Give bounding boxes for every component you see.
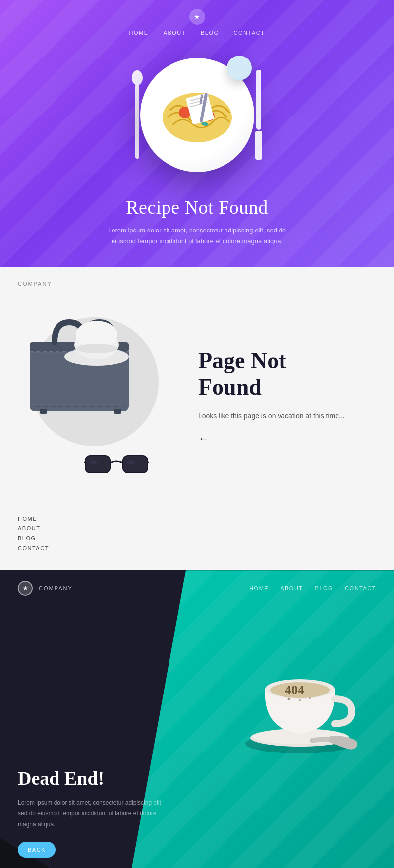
nav3: COMPANY HOME ABOUT BLOG CONTACT: [0, 570, 394, 607]
logo-star-icon[interactable]: [189, 9, 205, 25]
knife-icon: [255, 70, 263, 160]
nav3-blog[interactable]: BLOG: [315, 585, 334, 591]
nav1-blog[interactable]: BLOG: [201, 30, 219, 36]
plate-scene: [128, 46, 267, 184]
nav3-about[interactable]: ABOUT: [281, 585, 303, 591]
svg-point-22: [75, 344, 118, 353]
section2-page-not-found: COMPANY: [0, 267, 394, 570]
nav3-company-label: COMPANY: [39, 585, 73, 591]
section2-top-bar: COMPANY: [0, 267, 394, 288]
svg-rect-17: [40, 409, 47, 414]
svg-rect-18: [114, 409, 121, 414]
section3-title: Dead End!: [18, 767, 167, 790]
svg-point-36: [299, 699, 301, 701]
coffee-cup-illustration: 404: [235, 630, 364, 760]
section3-back-button[interactable]: BACK: [18, 842, 56, 858]
section2-content: Page Not Found Looks like this page is o…: [188, 348, 394, 445]
footer-nav-contact[interactable]: CONTACT: [18, 545, 376, 551]
hat-wrapper: [64, 317, 129, 369]
svg-point-35: [288, 698, 290, 700]
section3-description: Lorem ipsum dolor sit amet, consectetur …: [18, 798, 167, 830]
svg-point-37: [309, 697, 311, 699]
section3-text-block: Dead End! Lorem ipsum dolor sit amet, co…: [18, 767, 167, 858]
section1-title: Recipe Not Found: [98, 196, 296, 218]
section2-title: Page Not Found: [198, 348, 374, 401]
section2-company-label: COMPANY: [18, 281, 52, 287]
section2-illustration: [0, 288, 188, 506]
svg-text:404: 404: [285, 683, 304, 697]
section2-footer-nav: HOME ABOUT BLOG CONTACT: [0, 506, 394, 570]
section1-description: Lorem ipsum dolor sit amet, consectetur …: [98, 225, 296, 247]
nav1-contact[interactable]: CONTACT: [234, 30, 265, 36]
nav1-links: HOME ABOUT BLOG CONTACT: [129, 30, 265, 36]
section1-recipe-not-found: HOME ABOUT BLOG CONTACT: [0, 0, 394, 267]
footer-nav-about[interactable]: ABOUT: [18, 525, 376, 531]
nav3-home[interactable]: HOME: [249, 585, 269, 591]
section2-main: Page Not Found Looks like this page is o…: [0, 288, 394, 506]
nav3-links: HOME ABOUT BLOG CONTACT: [249, 585, 376, 591]
svg-point-28: [127, 460, 135, 465]
svg-rect-24: [123, 456, 148, 473]
logo3-star-icon[interactable]: [18, 581, 33, 596]
section3-dead-end: COMPANY HOME ABOUT BLOG CONTACT 404: [0, 570, 394, 868]
section2-back-arrow[interactable]: ←: [198, 432, 209, 445]
sunglasses-wrapper: [84, 452, 149, 481]
svg-point-27: [89, 460, 97, 465]
section2-description: Looks like this page is on vacation at t…: [198, 410, 374, 422]
nav1: HOME ABOUT BLOG CONTACT: [0, 0, 394, 36]
nav1-about[interactable]: ABOUT: [164, 30, 186, 36]
small-bowl-icon: [227, 56, 252, 80]
nav1-home[interactable]: HOME: [129, 30, 149, 36]
nav3-left: COMPANY: [18, 581, 73, 596]
svg-rect-23: [85, 456, 110, 473]
footer-nav-blog[interactable]: BLOG: [18, 535, 376, 541]
nav3-contact[interactable]: CONTACT: [345, 585, 376, 591]
section1-text-block: Recipe Not Found Lorem ipsum dolor sit a…: [68, 184, 326, 267]
footer-nav-home[interactable]: HOME: [18, 516, 376, 521]
